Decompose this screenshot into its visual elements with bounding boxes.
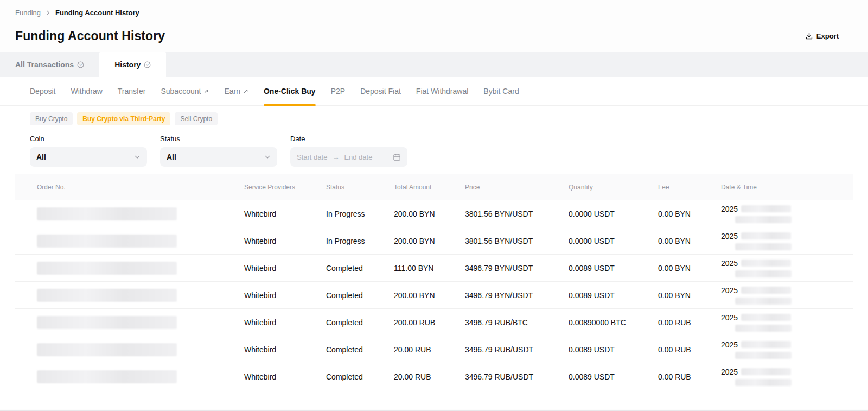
chevron-down-icon [134, 154, 141, 160]
provider-cell: Whitebird [244, 237, 326, 245]
status-cell: Completed [326, 264, 394, 273]
price-cell: 3496.79 RUB/USDT [465, 345, 569, 354]
redacted-order-no [37, 343, 177, 356]
redacted-date [741, 368, 791, 375]
coin-filter: Coin All [30, 135, 147, 167]
pill-buy-crypto[interactable]: Buy Crypto [30, 112, 73, 125]
order-no-cell [37, 316, 244, 329]
table-row: WhitebirdCompleted20.00 RUB3496.79 RUB/U… [15, 336, 853, 363]
external-link-icon [203, 88, 209, 94]
breadcrumb-link-funding[interactable]: Funding [15, 9, 41, 17]
subnav-item-label: Transfer [118, 87, 146, 96]
subnav-item-deposit-fiat[interactable]: Deposit Fiat [360, 77, 401, 105]
content-panel: DepositWithdrawTransferSubaccountEarnOne… [0, 77, 868, 409]
subnav-item-subaccount[interactable]: Subaccount [161, 77, 209, 105]
start-date-input[interactable]: Start date [297, 153, 327, 161]
export-label: Export [816, 32, 839, 40]
column-header-status: Status [326, 184, 394, 191]
scrollbar-track[interactable] [839, 79, 839, 411]
subnav-item-withdraw[interactable]: Withdraw [71, 77, 102, 105]
table-row: WhitebirdIn Progress200.00 BYN3801.56 BY… [15, 227, 853, 255]
redacted-date [741, 232, 791, 239]
status-cell: In Progress [326, 237, 394, 245]
status-cell: Completed [326, 372, 394, 381]
subnav-item-one-click-buy[interactable]: One-Click Buy [264, 77, 316, 105]
quantity-cell: 0.0089 USDT [569, 372, 658, 381]
status-filter-label: Status [160, 135, 277, 143]
subnav-item-bybit-card[interactable]: Bybit Card [483, 77, 519, 105]
table-row: WhitebirdCompleted20.00 RUB3496.79 RUB/U… [15, 363, 853, 390]
subnav-item-p2p[interactable]: P2P [331, 77, 345, 105]
order-no-cell [37, 370, 244, 383]
column-header-order-no: Order No. [37, 184, 244, 191]
column-header-date-time: Date & Time [721, 184, 853, 191]
redacted-time [735, 298, 792, 305]
tabbar: All Transactions?History? [0, 52, 868, 77]
end-date-input[interactable]: End date [344, 153, 372, 161]
column-header-quantity: Quantity [569, 184, 658, 191]
fee-cell: 0.00 BYN [658, 237, 721, 245]
status-cell: Completed [326, 318, 394, 327]
order-no-cell [37, 262, 244, 275]
date-time-cell: 2025 [721, 259, 853, 277]
redacted-time [735, 243, 792, 250]
quantity-cell: 0.0000 USDT [569, 237, 658, 245]
coin-filter-label: Coin [30, 135, 147, 143]
coin-select-value: All [36, 153, 46, 161]
table-row: WhitebirdCompleted111.00 BYN3496.79 BYN/… [15, 255, 853, 282]
export-button[interactable]: Export [805, 32, 839, 40]
date-range-picker[interactable]: Start date → End date [290, 147, 407, 167]
column-header-fee: Fee [658, 184, 721, 191]
total-amount-cell: 20.00 RUB [394, 345, 465, 354]
provider-cell: Whitebird [244, 318, 326, 327]
date-year: 2025 [721, 286, 738, 295]
pill-buy-crypto-via-third-party[interactable]: Buy Crypto via Third-Party [77, 112, 170, 125]
status-select[interactable]: All [160, 147, 277, 167]
coin-select[interactable]: All [30, 147, 147, 167]
quantity-cell: 0.0089 USDT [569, 345, 658, 354]
total-amount-cell: 200.00 RUB [394, 318, 465, 327]
subnav-item-label: Fiat Withdrawal [416, 87, 468, 96]
subnav-item-earn[interactable]: Earn [224, 77, 248, 105]
date-range-arrow-icon: → [332, 153, 339, 161]
tab-history[interactable]: History? [99, 52, 166, 77]
funding-history-page: Funding Funding Account History Funding … [0, 0, 868, 411]
date-filter-label: Date [290, 135, 407, 143]
external-link-icon [243, 88, 248, 94]
subnav-item-deposit[interactable]: Deposit [30, 77, 55, 105]
fee-cell: 0.00 BYN [658, 291, 721, 300]
tab-all-transactions[interactable]: All Transactions? [0, 52, 99, 77]
fee-cell: 0.00 BYN [658, 264, 721, 273]
info-icon: ? [144, 61, 151, 68]
redacted-time [735, 216, 792, 223]
status-cell: Completed [326, 291, 394, 300]
svg-text:?: ? [79, 62, 82, 67]
quantity-cell: 0.0089 USDT [569, 264, 658, 273]
pill-sell-crypto[interactable]: Sell Crypto [175, 112, 218, 125]
redacted-order-no [37, 262, 177, 275]
order-no-cell [37, 343, 244, 356]
provider-cell: Whitebird [244, 291, 326, 300]
export-icon [805, 32, 813, 40]
subnav: DepositWithdrawTransferSubaccountEarnOne… [0, 77, 868, 106]
subnav-item-transfer[interactable]: Transfer [118, 77, 146, 105]
provider-cell: Whitebird [244, 210, 326, 218]
subnav-item-label: One-Click Buy [264, 87, 316, 96]
svg-text:?: ? [146, 62, 149, 67]
breadcrumb-current: Funding Account History [55, 9, 139, 17]
fee-cell: 0.00 RUB [658, 372, 721, 381]
date-time-cell: 2025 [721, 340, 853, 359]
date-year: 2025 [721, 313, 738, 322]
redacted-time [735, 325, 792, 332]
subnav-item-label: Deposit Fiat [360, 87, 401, 96]
breadcrumb: Funding Funding Account History [0, 0, 868, 17]
total-amount-cell: 200.00 BYN [394, 237, 465, 245]
pill-group: Buy CryptoBuy Crypto via Third-PartySell… [0, 106, 868, 125]
redacted-time [735, 379, 792, 386]
date-year: 2025 [721, 232, 738, 241]
subnav-item-label: Deposit [30, 87, 55, 96]
total-amount-cell: 111.00 BYN [394, 264, 465, 273]
subnav-item-fiat-withdrawal[interactable]: Fiat Withdrawal [416, 77, 468, 105]
tab-label: All Transactions [15, 60, 74, 69]
redacted-order-no [37, 235, 177, 248]
